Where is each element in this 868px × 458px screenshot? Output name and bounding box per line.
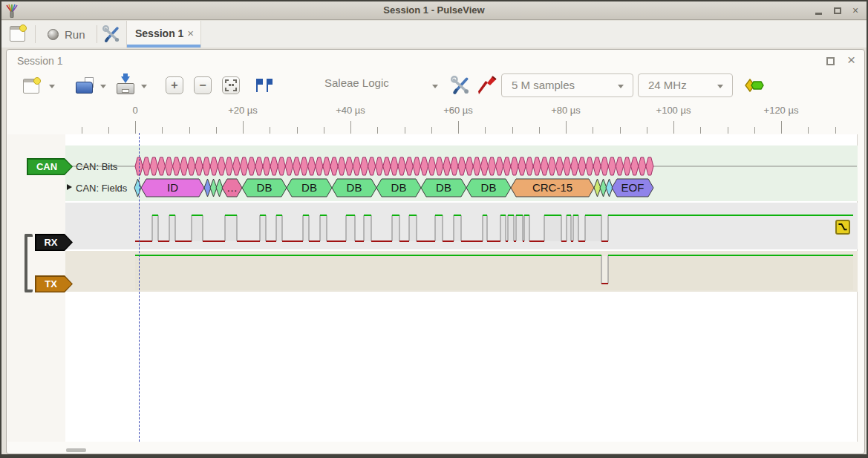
ruler-tick xyxy=(593,127,593,134)
tab-close-icon[interactable]: × xyxy=(187,27,194,39)
ruler-tick xyxy=(324,127,324,134)
can-bit-annotation xyxy=(398,157,405,175)
titlebar[interactable]: Session 1 - PulseView × xyxy=(1,1,867,20)
ruler-tick xyxy=(566,121,567,134)
settings-icon[interactable] xyxy=(102,25,120,43)
can-decoder-tag[interactable]: CAN xyxy=(27,158,73,175)
can-bit-annotation xyxy=(285,157,293,175)
device-select[interactable]: Saleae Logic xyxy=(324,76,389,89)
ruler-tick xyxy=(835,127,836,134)
dock-close-button[interactable]: × xyxy=(847,52,855,68)
rx-channel-tag[interactable]: RX xyxy=(35,234,73,251)
can-bit-annotation xyxy=(601,157,608,175)
minimize-button[interactable] xyxy=(810,4,826,18)
can-bit-annotation xyxy=(248,157,255,175)
can-bit-annotation xyxy=(548,157,555,175)
zoom-in-button[interactable]: + xyxy=(166,76,183,94)
can-bit-annotation xyxy=(180,157,188,175)
ruler-tick xyxy=(539,127,540,134)
run-button[interactable]: Run xyxy=(43,24,90,44)
sample-rate-select[interactable]: 24 MHz xyxy=(638,73,733,97)
can-bit-annotation xyxy=(157,157,165,175)
expand-arrow-icon[interactable] xyxy=(67,184,72,190)
ruler-tick xyxy=(350,121,351,134)
chevron-down-icon[interactable] xyxy=(141,85,147,88)
toolbar-separator xyxy=(35,25,36,43)
can-bit-annotation xyxy=(188,157,195,175)
tab-label: Session 1 xyxy=(135,27,183,39)
chevron-down-icon xyxy=(618,85,624,88)
channels-probe-icon[interactable] xyxy=(477,76,497,95)
zoom-fit-icon xyxy=(223,77,239,94)
rx-waveform-layer xyxy=(65,203,858,249)
close-button[interactable]: × xyxy=(847,4,864,18)
can-field-label: CRC-15 xyxy=(532,181,572,194)
can-field-label: DB xyxy=(481,181,497,194)
can-bit-annotation xyxy=(338,157,345,175)
can-bit-annotation xyxy=(586,157,593,175)
zoom-fit-button[interactable] xyxy=(222,76,240,94)
can-bit-annotation xyxy=(488,157,495,175)
ruler-tick xyxy=(754,127,755,134)
can-bit-annotation xyxy=(503,157,511,175)
can-bit-annotation xyxy=(413,157,420,175)
add-decoder-icon[interactable] xyxy=(743,77,766,94)
can-bit-annotation xyxy=(639,157,646,175)
can-field-label: DB xyxy=(257,181,273,194)
ruler-tick xyxy=(216,127,217,134)
sample-count-select[interactable]: 5 M samples xyxy=(501,73,633,97)
can-bit-annotation xyxy=(480,157,488,175)
new-session-icon[interactable] xyxy=(10,26,25,42)
maximize-button[interactable] xyxy=(829,4,846,18)
ruler-tick xyxy=(728,127,728,134)
show-cursors-icon[interactable] xyxy=(253,77,273,94)
trigger-falling-edge-badge[interactable] xyxy=(835,220,850,235)
chevron-down-icon[interactable] xyxy=(49,85,55,88)
device-config-icon[interactable] xyxy=(451,76,470,95)
tx-channel-tag[interactable]: TX xyxy=(35,275,73,292)
timeline-ruler[interactable]: 0+20 µs+40 µs+60 µs+80 µs+100 µs+120 µs xyxy=(7,103,864,134)
can-bit-annotation xyxy=(533,157,541,175)
ruler-tick xyxy=(189,127,190,134)
can-bit-annotation xyxy=(616,157,623,175)
tab-active-indicator xyxy=(127,45,200,48)
can-bit-annotation xyxy=(323,157,330,175)
can-bit-annotation xyxy=(564,157,571,175)
can-bit-annotation xyxy=(473,157,480,175)
can-bit-annotation xyxy=(391,157,398,175)
zoom-out-button[interactable]: − xyxy=(194,76,212,94)
ruler-tick xyxy=(297,127,298,134)
can-bit-annotation xyxy=(255,157,263,175)
can-bit-annotation xyxy=(593,157,601,175)
can-field-label: DB xyxy=(347,181,362,194)
can-field-annotation xyxy=(134,179,141,197)
ruler-tick xyxy=(135,121,136,134)
dock-float-button[interactable] xyxy=(826,57,835,65)
ruler-tick xyxy=(270,127,270,134)
tab-session-1[interactable]: Session 1 × xyxy=(126,21,201,48)
save-icon[interactable] xyxy=(117,77,135,94)
ruler-tick xyxy=(458,121,459,134)
chevron-down-icon xyxy=(717,85,723,88)
tx-tag-label: TX xyxy=(36,277,72,292)
can-bit-annotation xyxy=(165,157,172,175)
window-title: Session 1 - PulseView xyxy=(1,4,867,16)
can-bit-annotation xyxy=(624,157,631,175)
new-view-icon[interactable] xyxy=(23,79,39,94)
channel-group-bracket[interactable] xyxy=(25,234,33,292)
main-toolbar: Run Session 1 × xyxy=(1,21,867,48)
session-dock: Session 1 × + − xyxy=(6,49,865,454)
ruler-tick xyxy=(647,127,647,134)
pulseview-window: Session 1 - PulseView × Run Session 1 × … xyxy=(0,0,868,458)
decoder-fields-row-label: CAN: Fields xyxy=(76,183,127,194)
ruler-tick xyxy=(82,127,82,134)
open-file-icon[interactable] xyxy=(76,77,94,94)
decoder-annotations-layer: ID…DBDBDBDBDBDBCRC-15EOF xyxy=(65,145,858,201)
can-tag-label: CAN xyxy=(28,160,72,174)
chevron-down-icon[interactable] xyxy=(432,85,438,88)
chevron-down-icon[interactable] xyxy=(100,85,106,88)
can-bit-annotation xyxy=(511,157,518,175)
trigger-time-marker-line xyxy=(139,133,140,442)
can-bit-annotation xyxy=(241,157,248,175)
horizontal-scrollbar-thumb[interactable] xyxy=(66,448,86,452)
